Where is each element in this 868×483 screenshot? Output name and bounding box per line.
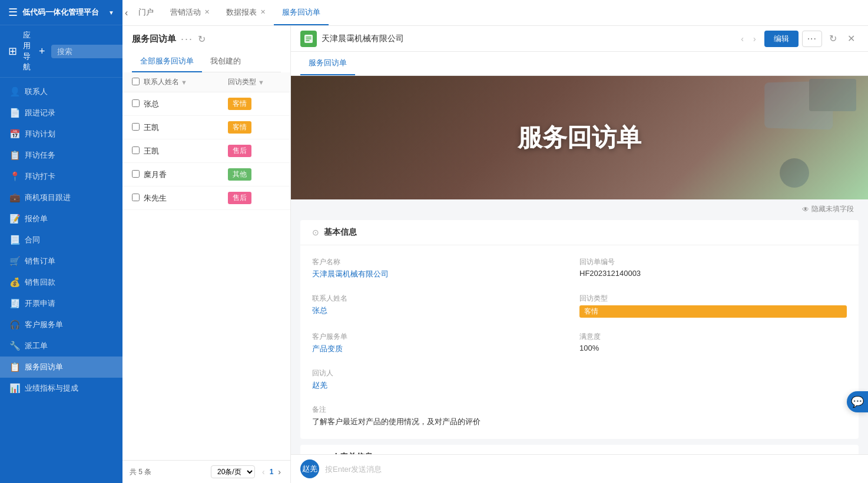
sidebar-item-visit-task[interactable]: 📋 拜访任务 [0,145,122,166]
list-more-btn[interactable]: ··· [181,33,193,45]
detail-panel: 天津晨霭机械有限公司 ‹ › 编辑 ··· ↻ ✕ 服务回访单 [291,26,868,483]
edit-button[interactable]: 编辑 [764,31,799,47]
field-value-visit-type: 客情 [579,305,847,318]
tab-marketing[interactable]: 营销活动 ✕ [162,0,218,25]
field-label-customer: 客户名称 [312,257,579,267]
row1-checkbox[interactable] [132,99,144,109]
sidebar-item-invoice[interactable]: 🧾 开票申请 [0,293,122,314]
sidebar-label-opportunity: 商机项目跟进 [25,192,113,203]
tab-portal-label: 门户 [138,7,154,18]
tab-marketing-close[interactable]: ✕ [204,8,210,16]
service-visit-icon: 📋 [9,362,20,372]
field-value-contact[interactable]: 张总 [312,305,579,316]
sidebar-item-quotation[interactable]: 📝 报价单 [0,208,122,229]
sidebar-label-contacts: 联系人 [25,86,113,97]
field-row: 回访人 赵羌 [300,361,859,398]
hide-empty-toggle[interactable]: 👁 隐藏未填字段 [291,199,868,214]
sidebar-item-sales-return[interactable]: 💰 销售回款 [0,272,122,293]
field-value-service-form[interactable]: 产品变质 [312,344,579,354]
chat-input[interactable] [325,465,859,474]
sidebar-item-contract[interactable]: 📃 合同 [0,229,122,251]
detail-prev-btn[interactable]: ‹ [737,33,747,45]
detail-refresh-btn[interactable]: ↻ [826,32,840,45]
select-all-input[interactable] [132,78,140,85]
contacts-icon: 👤 [9,86,20,97]
list-item[interactable]: 王凯 客情 [122,116,290,139]
field-contact-name: 联系人姓名 张总 [312,291,579,320]
sidebar-item-contacts[interactable]: 👤 联系人 [0,81,122,102]
sidebar-title-arrow[interactable]: ▼ [108,9,114,16]
tab-reports-close[interactable]: ✕ [260,8,266,16]
float-chat-button[interactable]: 💬 [847,391,868,412]
hide-empty-label: 隐藏未填字段 [811,204,854,214]
row4-checkbox[interactable] [132,170,144,179]
add-tab-icon[interactable]: + [39,45,45,58]
list-refresh-btn[interactable]: ↻ [198,34,206,45]
field-label-contact: 联系人姓名 [312,294,579,304]
tab-service-visit[interactable]: 服务回访单 [274,0,329,25]
list-panel-header: 服务回访单 ··· ↻ 全部服务回访单 我创建的 [122,26,290,72]
sidebar-menu: 👤 联系人 📄 跟进记录 📅 拜访计划 📋 拜访任务 📍 拜访打卡 💼 商机项目… [0,78,122,483]
field-row: 备注 了解客户最近对产品的使用情况，及对产品的评价 [300,398,859,434]
apps-nav-label[interactable]: 应用导航 [23,30,31,72]
sidebar-item-service-visit[interactable]: 📋 服务回访单 [0,357,122,378]
detail-actions: 编辑 ··· ↻ ✕ [764,31,859,47]
row5-type: 售后 [228,192,281,204]
page-size-select[interactable]: 20条/页 50条/页 [211,465,255,478]
list-footer: 共 5 条 20条/页 50条/页 ‹ 1 › [122,460,290,483]
col-type-filter[interactable]: ▼ [258,79,264,86]
sidebar-collapse-icon[interactable]: ☰ [8,6,18,19]
detail-close-btn[interactable]: ✕ [844,32,859,45]
section-basic-info-header[interactable]: ⊙ 基本信息 [300,220,859,245]
row5-checkbox[interactable] [132,194,144,203]
page-nav: ‹ 1 › [260,466,283,478]
tab-portal[interactable]: 门户 [130,0,162,25]
sidebar-label-visit-task: 拜访任务 [25,150,113,161]
tab-service-visit-form[interactable]: 服务回访单 [300,52,355,75]
list-panel-title: 服务回访单 [132,34,176,45]
banner-title: 服务回访单 [518,121,641,154]
row2-checkbox[interactable] [132,123,144,132]
list-tab-all[interactable]: 全部服务回访单 [132,51,202,72]
apps-grid-icon[interactable]: ⊞ [8,45,17,58]
sidebar-item-visit-plan[interactable]: 📅 拜访计划 [0,124,122,145]
list-item[interactable]: 王凯 售后 [122,139,290,163]
sidebar-item-opportunity[interactable]: 💼 商机项目跟进 [0,187,122,208]
sidebar-item-visit-checkin[interactable]: 📍 拜访打卡 [0,166,122,187]
list-table-head: 联系人姓名 ▼ 回访类型 ▼ [122,72,290,92]
page-prev-btn[interactable]: ‹ [260,466,267,478]
more-options-btn[interactable]: ··· [802,31,822,47]
topbar-back-btn[interactable]: ‹ [122,5,130,21]
field-satisfaction: 满意度 100% [579,329,847,357]
sidebar-item-sales-order[interactable]: 🛒 销售订单 [0,251,122,272]
kpi-icon: 📊 [9,383,20,394]
tab-reports-label: 数据报表 [226,7,257,18]
list-item[interactable]: 朱先生 售后 [122,186,290,210]
sidebar-label-service-visit: 服务回访单 [25,362,113,372]
page-next-btn[interactable]: › [276,466,283,478]
section-basic-info-title: 基本信息 [324,227,357,238]
sidebar-item-service[interactable]: 🎧 客户服务单 [0,314,122,335]
sidebar-item-kpi[interactable]: 📊 业绩指标与提成 [0,378,122,399]
list-item[interactable]: 张总 客情 [122,92,290,116]
list-item[interactable]: 糜月香 其他 [122,163,290,186]
detail-nav: ‹ › [737,33,759,45]
field-value-visitor[interactable]: 赵羌 [312,380,579,391]
row1-type: 客情 [228,98,281,110]
section-web-form-header[interactable]: ⊙ web表单信息 [300,445,859,454]
visit-plan-icon: 📅 [9,129,20,139]
sidebar-item-dispatch[interactable]: 🔧 派工单 [0,335,122,357]
tab-reports[interactable]: 数据报表 ✕ [218,0,274,25]
quotation-icon: 📝 [9,214,20,224]
sales-order-icon: 🛒 [9,256,20,267]
chat-bar: 赵羌 [291,454,868,483]
row3-checkbox[interactable] [132,146,144,156]
basic-info-fields: 客户名称 天津晨霭机械有限公司 回访单编号 HF202312140003 [300,245,859,439]
col-name-filter[interactable]: ▼ [181,79,187,86]
field-value-customer[interactable]: 天津晨霭机械有限公司 [312,269,579,279]
select-all-checkbox[interactable] [132,78,144,87]
sidebar-item-follow[interactable]: 📄 跟进记录 [0,102,122,124]
detail-next-btn[interactable]: › [750,33,760,45]
sidebar-label-sales-order: 销售订单 [25,256,113,267]
list-tab-mine[interactable]: 我创建的 [202,51,249,72]
